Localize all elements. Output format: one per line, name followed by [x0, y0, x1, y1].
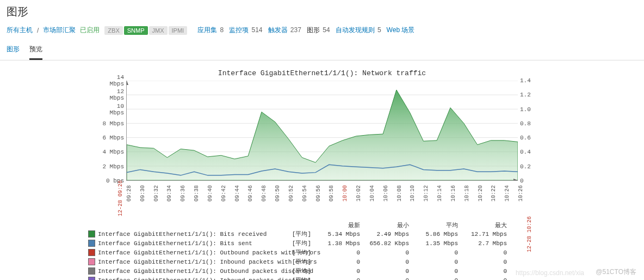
legend-row: Interface GigabitEthernet1/1/1(): Bits s… — [88, 239, 556, 248]
hostgroup-link[interactable]: 市场部汇聚 — [43, 26, 76, 35]
yaxis-right: 00.20.40.60.81.01.21.4 — [520, 81, 545, 181]
status-enabled: 已启用 — [80, 26, 100, 35]
breadcrumb-sep: / — [37, 27, 39, 34]
host-nav: 所有主机 / 市场部汇聚 已启用 ZBXSNMPJMXIPMI 应用集 8监控项… — [0, 23, 644, 40]
xaxis-ticks: 09:2809:3009:3209:3409:3609:3809:4009:42… — [126, 182, 518, 214]
tab-graph[interactable]: 图形 — [7, 40, 20, 60]
pill-ipmi: IPMI — [169, 26, 188, 35]
navitem-触发器[interactable]: 触发器 237 — [268, 26, 301, 34]
navitem-图形[interactable]: 图形 54 — [307, 26, 330, 34]
pill-jmx: JMX — [149, 26, 168, 35]
legend-row: Interface GigabitEthernet1/1/1(): Inboun… — [88, 276, 556, 280]
watermark-faint: https://blog.csdn.net/xia — [516, 269, 584, 277]
tab-preview[interactable]: 预览 — [29, 40, 42, 60]
pill-snmp: SNMP — [124, 26, 148, 35]
yaxis-left: 0 bps2 Mbps4 Mbps6 Mbps8 Mbps10 Mbps12 M… — [99, 81, 124, 181]
navitem-自动发现规则[interactable]: 自动发现规则 5 — [336, 26, 381, 34]
legend-row: Interface GigabitEthernet1/1/1(): Bits r… — [88, 229, 556, 239]
navitem-监控项[interactable]: 监控项 514 — [229, 26, 262, 34]
chart-container: Interface GigabitEthernet1/1/1(): Networ… — [0, 60, 644, 280]
legend-row: Interface GigabitEthernet1/1/1(): Outbou… — [88, 266, 556, 276]
legend-row: Interface GigabitEthernet1/1/1(): Outbou… — [88, 248, 556, 257]
chart-plot — [126, 81, 518, 181]
tabs: 图形 预览 — [0, 40, 644, 60]
proto-pills: ZBXSNMPJMXIPMI — [104, 26, 188, 35]
legend-table: 最新最小平均最大 Interface GigabitEthernet1/1/1(… — [88, 221, 556, 280]
chart-title: Interface GigabitEthernet1/1/1(): Networ… — [0, 69, 644, 77]
pill-zbx: ZBX — [104, 26, 122, 35]
all-hosts-link[interactable]: 所有主机 — [7, 26, 33, 35]
chart-area: 0 bps2 Mbps4 Mbps6 Mbps8 Mbps10 Mbps12 M… — [34, 81, 610, 190]
xaxis-start: 12-28 09:26 — [117, 180, 123, 216]
xaxis-end: 12-28 10:26 — [527, 216, 532, 252]
navitem-Web 场景[interactable]: Web 场景 — [387, 26, 415, 34]
page-title: 图形 — [0, 0, 644, 23]
legend-row: Interface GigabitEthernet1/1/1(): Inboun… — [88, 257, 556, 266]
watermark: @51CTO博客 — [596, 267, 636, 277]
navitem-应用集[interactable]: 应用集 8 — [197, 26, 224, 34]
chart-svg — [127, 81, 518, 180]
